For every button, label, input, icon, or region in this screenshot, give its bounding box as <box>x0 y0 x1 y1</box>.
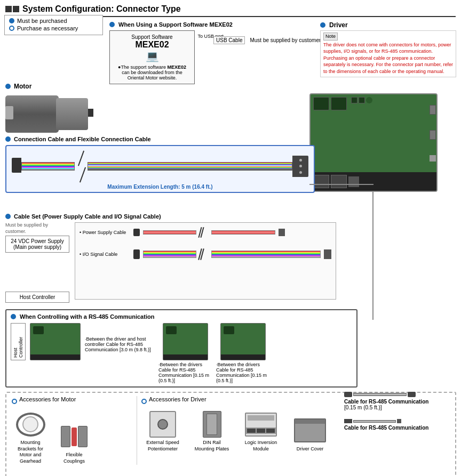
driver-section: Driver Note The driver does not come wit… <box>320 21 456 77</box>
rs485-right-cable-2: Cable for RS-485 Communication <box>344 419 456 431</box>
io-conn-r <box>324 249 331 259</box>
logic-pin1 <box>247 429 256 433</box>
pwr-cable-vis-r <box>211 230 275 235</box>
rs485-section: When Controlling with a RS-485 Communica… <box>5 309 357 388</box>
must-supplied-note: Must be supplied by customer. <box>5 222 67 235</box>
rs485-cables-right: Cable for RS-485 Communication [0.15 m (… <box>344 392 456 431</box>
acc-item-driver-cover: Driver Cover <box>289 417 331 453</box>
pwr-break <box>200 227 208 238</box>
rs485-radio-icon <box>11 314 16 319</box>
note-tag: Note <box>323 33 338 41</box>
rs485-drivers-col <box>30 323 81 360</box>
acc-motor-title: Accessories for Motor <box>19 396 76 402</box>
acc-item-brackets: Mounting Brackets forMotor and Gearhead <box>12 411 49 465</box>
support-header-row: When Using a Support Software MEXE02 <box>109 21 317 28</box>
driver-cover-label: Driver Cover <box>289 446 331 453</box>
logic-chip <box>248 415 274 421</box>
logic-pin3 <box>266 429 275 433</box>
cableset-header: Cable Set (Power Supply Cable and I/O Si… <box>14 213 161 220</box>
acc-driver-items: External SpeedPotentiometer DIN RailMoun… <box>141 411 343 452</box>
mexe02-desc: ●The support software MEXE02 can be down… <box>115 64 189 80</box>
board-chip-2 <box>331 97 347 110</box>
motor-section: Motor <box>5 83 99 138</box>
usb-cable-label: USB Cable <box>213 36 245 44</box>
rs485-more-drivers: ·Between the drivers Cable for RS-485 Co… <box>158 323 269 383</box>
pin-2 <box>299 165 302 167</box>
pin-1 <box>299 159 302 162</box>
cr1-conn-l <box>344 392 352 397</box>
coup-left <box>61 426 70 447</box>
power-supply-label: 24 VDC Power Supply(Main power supply) <box>9 238 66 250</box>
chip-s1 <box>351 97 357 103</box>
rs485-driver-2 <box>163 323 208 360</box>
bottom-conn-2 <box>331 175 347 188</box>
cable-right-2-img <box>344 419 456 423</box>
potentiometer-icon <box>147 411 179 438</box>
right-conn-2 <box>430 130 436 140</box>
rs485-d1-conn <box>30 354 80 360</box>
cable-left-connector <box>12 158 21 173</box>
cableset-header-row: Cable Set (Power Supply Cable and I/O Si… <box>5 213 357 220</box>
rs485-driver3-col: ·Between the drivers Cable for RS-485 Co… <box>216 323 269 383</box>
bottom-conn-3 <box>348 176 359 187</box>
pin-3 <box>299 171 302 174</box>
mexe02-title: Support Software <box>115 34 189 40</box>
cable-right-1-img <box>344 392 456 397</box>
rs485-d1-chip <box>33 326 44 334</box>
title-sq-2 <box>13 6 19 12</box>
motor-gearhead <box>56 98 88 130</box>
acc-driver-radio <box>141 399 147 404</box>
cr2-conn-r <box>397 419 401 423</box>
pot-box <box>149 411 176 438</box>
board-chip-1 <box>313 97 329 110</box>
logic-pin2 <box>257 429 265 433</box>
acc-driver-col: Accessories for Driver External SpeedPot… <box>137 396 343 465</box>
motor-cable <box>88 109 93 117</box>
power-supply-box: 24 VDC Power Supply(Main power supply) <box>5 236 69 253</box>
rs485-cable1-text: ·Between the driver and host controller … <box>85 336 151 352</box>
rs485-right-cable-2-label: Cable for RS-485 Communication <box>344 425 456 431</box>
max-extension-label: Maximum Extension Length: 5 m (16.4 ft.) <box>12 184 308 190</box>
host-controller-box: Host Controller <box>5 292 69 303</box>
cr1-cable <box>353 393 407 396</box>
right-conn-3 <box>430 155 436 162</box>
rs485-d3-chip <box>224 326 234 334</box>
din-inner <box>206 414 217 435</box>
bracket-inner <box>22 416 38 432</box>
acc-item-din: DIN RailMounting Plates <box>190 411 233 452</box>
diagram-area: When Using a Support Software MEXE02 Sup… <box>5 21 456 394</box>
cable-header-row: Connection Cable and Flexible Connection… <box>5 136 325 142</box>
cableset-body: Must be supplied by customer. 24 VDC Pow… <box>5 222 357 305</box>
io-cable-vis-r <box>211 251 321 258</box>
potentiometer-label: External SpeedPotentiometer <box>141 440 184 452</box>
rs485-d2-conn <box>163 354 208 360</box>
laptop-icon: 💻 <box>115 50 189 62</box>
cable-set-section: Cable Set (Power Supply Cable and I/O Si… <box>5 213 357 305</box>
acc-motor-header-row: Accessories for Motor <box>12 396 132 407</box>
vert-line-driver <box>372 192 373 320</box>
coup-right <box>78 426 88 447</box>
coup-mid <box>71 427 77 446</box>
driver-note-box: Note The driver does not come with conne… <box>320 30 456 77</box>
mexe02-box: Support Software MEXE02 💻 To USB port ●T… <box>109 30 195 84</box>
rs485-right-cable-1: Cable for RS-485 Communication [0.15 m (… <box>344 392 456 410</box>
bracket-label: Mounting Brackets forMotor and Gearhead <box>12 440 49 465</box>
bracket-icon <box>14 411 46 438</box>
rs485-d3-conn <box>221 354 265 360</box>
rs485-right-cable-1-label: Cable for RS-485 Communication <box>344 399 456 405</box>
motor-header-row: Motor <box>5 83 99 90</box>
logic-pins <box>246 427 276 434</box>
rs485-header: When Controlling with a RS-485 Communica… <box>20 313 154 320</box>
break-line-2 <box>80 167 86 182</box>
usb-cable-area: USB Cable Must be supplied by customer. <box>213 36 322 44</box>
acc-item-potentiometer: External SpeedPotentiometer <box>141 411 184 452</box>
logic-inv-label: Logic InversionModule <box>240 440 282 452</box>
acc-motor-radio <box>12 399 17 404</box>
driver-note-text: The driver does not come with connectors… <box>323 42 453 74</box>
motor-label: Motor <box>14 83 31 90</box>
title-squares <box>5 6 19 12</box>
rs485-driver2-col: ·Between the drivers Cable for RS-485 Co… <box>158 323 212 383</box>
bracket-ring <box>16 413 45 437</box>
rs485-header-row: When Controlling with a RS-485 Communica… <box>11 313 352 320</box>
connection-cable-section: Connection Cable and Flexible Connection… <box>5 136 325 193</box>
